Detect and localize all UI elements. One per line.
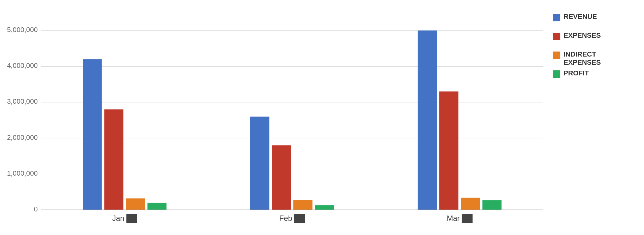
bar-Mar-PROFIT: [482, 200, 502, 210]
legend-color-1: [553, 33, 560, 40]
legend-label-2-2: EXPENSES: [564, 58, 601, 66]
y-axis-label: 5,000,000: [7, 26, 38, 34]
bar-Feb-EXPENSES: [272, 145, 291, 210]
bar-Mar-INDIRECT EXPENSES: [461, 198, 480, 210]
legend-color-2: [553, 52, 560, 59]
y-axis-label: 3,000,000: [7, 97, 38, 105]
bar-Feb-INDIRECT EXPENSES: [293, 200, 313, 210]
bar-Mar-REVENUE: [418, 30, 437, 210]
bar-Jan-PROFIT: [147, 203, 167, 210]
legend-label-3: PROFIT: [564, 69, 589, 77]
legend-color-3: [553, 70, 560, 78]
bar-Feb-REVENUE: [250, 117, 269, 210]
bar-Mar-EXPENSES: [439, 91, 458, 210]
bar-Feb-PROFIT: [315, 205, 334, 210]
bar-Jan-EXPENSES: [104, 109, 124, 210]
legend-label-2: INDIRECT: [564, 50, 596, 58]
x-axis-label: Jan ██: [112, 214, 137, 223]
bar-Jan-REVENUE: [83, 59, 102, 210]
legend-color-0: [553, 14, 560, 21]
y-axis-label: 1,000,000: [7, 169, 38, 177]
bar-Jan-INDIRECT EXPENSES: [126, 198, 145, 210]
bar-chart: 01,000,0002,000,0003,000,0004,000,0005,0…: [0, 0, 644, 235]
legend-label-1: EXPENSES: [564, 31, 601, 39]
x-axis-label: Feb ██: [279, 214, 305, 223]
y-axis-label: 2,000,000: [7, 134, 38, 141]
x-axis-label: Mar ██: [447, 214, 473, 223]
legend-label-0: REVENUE: [564, 13, 597, 20]
chart-container: 01,000,0002,000,0003,000,0004,000,0005,0…: [0, 0, 644, 235]
y-axis-label: 0: [34, 205, 38, 213]
y-axis-label: 4,000,000: [7, 62, 38, 69]
